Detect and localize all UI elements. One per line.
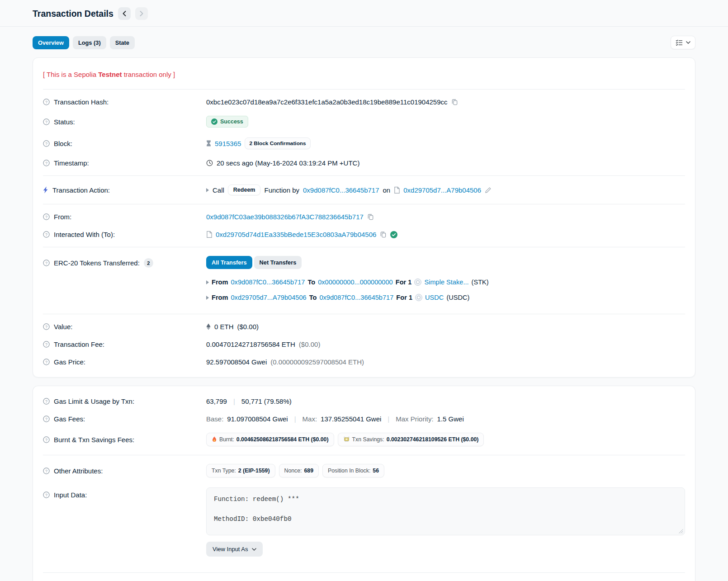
svg-text:?: ? <box>45 342 47 347</box>
edit-pencil-icon[interactable] <box>485 187 492 194</box>
divider <box>43 204 685 204</box>
burnt-label: Burnt: <box>219 436 234 443</box>
transfer-to-link[interactable]: 0x00000000...000000000 <box>318 279 393 286</box>
transfer-from-word: From <box>212 279 228 286</box>
help-icon[interactable]: ? <box>43 231 50 238</box>
erc20-count-badge: 2 <box>144 258 153 268</box>
overview-card: [ This is a Sepolia Testnet transaction … <box>33 57 695 378</box>
to-address-link[interactable]: 0xd29705d74d1Ea335bBede15E3c0803aA79b045… <box>216 231 376 238</box>
help-icon[interactable]: ? <box>43 436 50 443</box>
row-burnt-savings: ? Burnt & Txn Savings Fees: Burnt: 0.004… <box>43 428 685 451</box>
chevron-down-icon <box>252 548 256 551</box>
chevron-down-icon <box>686 41 690 44</box>
tab-state[interactable]: State <box>110 36 135 49</box>
copy-icon[interactable] <box>367 213 374 220</box>
row-transaction-action: Transaction Action: Call Redeem Function… <box>43 179 685 200</box>
net-transfers-button[interactable]: Net Transfers <box>254 256 302 269</box>
page-title: Transaction Details <box>33 9 113 19</box>
gas-limit-value: 63,799 <box>206 397 227 405</box>
clock-icon <box>206 160 213 166</box>
transfer-from-word: From <box>212 294 228 301</box>
token-transfer-row: From 0xd29705d7...A79b04506 To 0x9d087fC… <box>206 290 685 305</box>
value-usd: ($0.00) <box>237 323 259 331</box>
help-icon[interactable]: ? <box>43 260 50 266</box>
row-transaction-hash: ? Transaction Hash: 0xbc1e023c07d18ea9a7… <box>43 93 685 111</box>
divider <box>43 572 685 573</box>
help-icon[interactable]: ? <box>43 491 50 498</box>
copy-icon[interactable] <box>451 99 458 105</box>
token-icon <box>415 294 422 301</box>
help-icon[interactable]: ? <box>43 468 50 474</box>
copy-icon[interactable] <box>380 231 387 238</box>
max-fee-value: 137.95255041 Gwei <box>321 415 381 423</box>
token-transfer-row: From 0x9d087fC0...36645b717 To 0x0000000… <box>206 274 685 290</box>
other-attributes-label: Other Attributes: <box>54 467 103 475</box>
view-input-as-label: View Input As <box>213 546 248 553</box>
gas-price-amount: 92.597008504 Gwei <box>206 358 267 366</box>
row-value: ? Value: 0 ETH ($0.00) <box>43 318 685 335</box>
caret-right-icon <box>206 188 209 192</box>
transfer-for-word: For 1 <box>396 294 412 301</box>
help-icon[interactable]: ? <box>43 99 50 105</box>
base-fee-label: Base: <box>206 415 223 423</box>
svg-text:?: ? <box>45 325 47 329</box>
view-input-as-button[interactable]: View Input As <box>206 542 263 557</box>
contract-icon <box>394 187 400 194</box>
transfer-to-link[interactable]: 0x9d087fC0...36645b717 <box>319 294 393 301</box>
block-number-link[interactable]: 5915365 <box>215 140 241 147</box>
input-data-textarea[interactable]: Function: redeem() *** MethodID: 0xbe040… <box>206 487 685 535</box>
svg-text:?: ? <box>45 399 47 404</box>
block-confirmations-badge: 2 Block Confirmations <box>245 137 310 149</box>
prev-transaction-button[interactable] <box>118 7 131 20</box>
transfer-to-word: To <box>309 294 317 301</box>
help-icon[interactable]: ? <box>43 416 50 422</box>
help-icon[interactable]: ? <box>43 323 50 330</box>
separator: | <box>292 415 299 423</box>
resize-handle-icon[interactable] <box>679 529 683 534</box>
nonce-label: Nonce: <box>284 468 302 474</box>
action-method-chip[interactable]: Redeem <box>228 184 261 195</box>
transfer-token-symbol: (USDC) <box>446 294 469 301</box>
tab-overview[interactable]: Overview <box>33 36 69 49</box>
help-icon[interactable]: ? <box>43 213 50 220</box>
all-transfers-button[interactable]: All Transfers <box>206 256 252 269</box>
notice-prefix: [ This is a Sepolia <box>43 71 98 78</box>
gas-fees-label: Gas Fees: <box>54 415 85 423</box>
row-gas-fees: ? Gas Fees: Base: 91.097008504 Gwei | Ma… <box>43 410 685 428</box>
timestamp-value: 20 secs ago (May-16-2024 03:19:24 PM +UT… <box>217 159 359 167</box>
txn-type-value: 2 (EIP-1559) <box>238 468 270 474</box>
svg-text:?: ? <box>45 261 47 265</box>
gas-price-label: Gas Price: <box>54 358 85 366</box>
action-contract-link[interactable]: 0xd29705d7...A79b04506 <box>403 186 481 194</box>
help-icon[interactable]: ? <box>43 140 50 147</box>
from-address-link[interactable]: 0x9d087fC03ae39b088326b67fA3C788236645b7… <box>206 213 364 221</box>
next-transaction-button[interactable] <box>135 7 148 20</box>
row-status: ? Status: Success <box>43 111 685 132</box>
svg-text:?: ? <box>45 493 47 497</box>
display-options-button[interactable] <box>671 36 695 49</box>
action-initiator-link[interactable]: 0x9d087fC0...36645b717 <box>303 186 379 194</box>
transfer-from-link[interactable]: 0x9d087fC0...36645b717 <box>231 279 305 286</box>
svg-text:?: ? <box>45 215 47 219</box>
help-icon[interactable]: ? <box>43 398 50 405</box>
transfer-from-link[interactable]: 0xd29705d7...A79b04506 <box>231 294 306 301</box>
transfer-token-link[interactable]: Simple Stake... <box>424 279 468 286</box>
money-wings-icon <box>343 437 350 442</box>
transaction-hash-value: 0xbc1e023c07d18ea9a7c2e6f331efc1a5a2a0b3… <box>206 98 448 106</box>
help-icon[interactable]: ? <box>43 359 50 365</box>
action-function-by: Function by <box>264 186 299 194</box>
txn-savings-value: 0.002302746218109526 ETH ($0.00) <box>387 436 479 443</box>
burnt-value: 0.004625086218756584 ETH ($0.00) <box>236 436 329 443</box>
help-icon[interactable]: ? <box>43 118 50 125</box>
transfer-token-link[interactable]: USDC <box>425 294 444 301</box>
hourglass-icon <box>206 140 211 146</box>
divider <box>43 247 685 247</box>
burnt-badge: Burnt: 0.004625086218756584 ETH ($0.00) <box>206 433 334 446</box>
divider <box>43 89 685 90</box>
contract-icon <box>206 231 212 238</box>
help-icon[interactable]: ? <box>43 160 50 166</box>
tab-logs[interactable]: Logs (3) <box>73 36 106 49</box>
help-icon[interactable]: ? <box>43 341 50 348</box>
row-gas-price: ? Gas Price: 92.597008504 Gwei (0.000000… <box>43 353 685 371</box>
transfer-token-symbol: (STK) <box>472 279 489 286</box>
